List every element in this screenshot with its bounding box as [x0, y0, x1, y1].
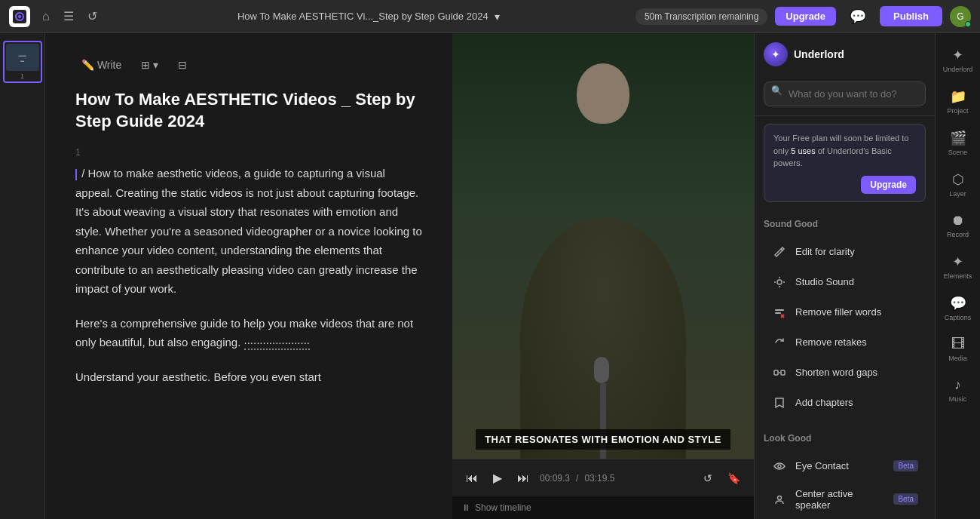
video-container: THAT RESONATES WITH EMOTION AND STYLE — [452, 33, 754, 459]
underlord-avatar: ✦ — [764, 42, 788, 66]
record-sidebar-label: Record — [947, 231, 969, 238]
skip-back-button[interactable]: ⏮ — [461, 468, 482, 488]
dotted-text: ····················· — [244, 336, 311, 350]
svg-rect-5 — [775, 312, 781, 314]
time-separator: / — [576, 473, 578, 484]
svg-point-2 — [18, 15, 21, 18]
paragraph-1: / How to make aesthetic videos, a guide … — [75, 164, 422, 299]
write-button[interactable]: ✏️ Write — [75, 56, 127, 74]
tool-studio-sound[interactable]: Studio Sound — [764, 267, 926, 297]
write-icon: ✏️ — [81, 59, 94, 71]
tool-remove-retakes[interactable]: Remove retakes — [764, 327, 926, 358]
scene-sidebar-label: Scene — [948, 149, 968, 156]
captions-icon: 💬 — [950, 295, 966, 312]
tool-shorten-gaps[interactable]: Shorten word gaps — [764, 358, 926, 388]
tool-center-speaker[interactable]: Center active speaker Beta — [764, 481, 926, 517]
project-sidebar-label: Project — [947, 107, 968, 115]
comment-button[interactable]: 💬 — [844, 5, 872, 28]
underlord-panel: ✦ Underlord 🔍 Your Free plan will soon b… — [754, 33, 935, 519]
music-sidebar-label: Music — [949, 395, 967, 403]
eye-contact-badge: Beta — [893, 460, 918, 471]
editor-toolbar: ✏️ Write ⊞ ▾ ⊟ — [75, 56, 422, 74]
sound-good-label: Sound Good — [764, 216, 926, 232]
skip-forward-button[interactable]: ⏭ — [513, 468, 534, 488]
record-icon: ⏺ — [951, 213, 965, 229]
video-preview: THAT RESONATES WITH EMOTION AND STYLE — [452, 33, 754, 459]
show-timeline-button[interactable]: ⏸ Show timeline — [452, 496, 754, 519]
total-time: 03:19.5 — [584, 473, 614, 484]
online-indicator — [965, 21, 971, 27]
topbar-right: 50m Transcription remaining Upgrade 💬 Pu… — [635, 5, 971, 28]
shorten-gaps-label: Shorten word gaps — [795, 367, 877, 378]
sidebar-item-music[interactable]: ♪ Music — [938, 371, 978, 409]
sidebar-item-scene[interactable]: 🎬 Scene — [938, 124, 978, 162]
media-sidebar-label: Media — [948, 355, 967, 362]
view-options-button[interactable]: ⊞ ▾ — [135, 56, 164, 74]
center-speaker-icon — [771, 491, 788, 508]
bookmark-button[interactable]: 🔖 — [723, 469, 745, 487]
sidebar-item-elements[interactable]: ✦ Elements — [938, 247, 978, 286]
sidebar-item-underlord[interactable]: ✦ Underlord — [938, 41, 978, 79]
thumbnail-item-1[interactable]: ▬▬ ▬ 1 — [3, 41, 42, 83]
layer-icon: ⬡ — [952, 171, 964, 188]
remove-retakes-icon — [771, 334, 788, 351]
video-controls: ⏮ ▶ ⏭ 00:09.3 / 03:19.5 ↺ 🔖 — [452, 459, 754, 496]
left-thumbnail-sidebar: ▬▬ ▬ 1 — [0, 33, 45, 519]
center-speaker-label: Center active speaker — [795, 488, 886, 511]
underlord-sidebar-icon: ✦ — [952, 47, 963, 63]
music-icon: ♪ — [954, 377, 961, 393]
underlord-search[interactable] — [764, 81, 926, 106]
remove-filler-label: Remove filler words — [795, 306, 881, 318]
menu-button[interactable]: ☰ — [59, 6, 78, 26]
svg-rect-9 — [781, 370, 785, 375]
studio-sound-label: Studio Sound — [795, 276, 854, 287]
show-timeline-label: Show timeline — [475, 502, 531, 513]
video-caption-text: THAT RESONATES WITH EMOTION AND STYLE — [476, 429, 730, 450]
layout-button[interactable]: ⊟ — [172, 56, 193, 74]
sidebar-item-captions[interactable]: 💬 Captions — [938, 289, 978, 327]
document-title: How To Make AESTHETIC Videos _ Step by S… — [75, 89, 422, 132]
restart-button[interactable]: ↺ — [699, 469, 717, 487]
tool-eye-contact[interactable]: Eye Contact Beta — [764, 451, 926, 481]
upgrade-notice-button[interactable]: Upgrade — [861, 176, 916, 194]
user-avatar[interactable]: G — [950, 6, 971, 27]
shorten-gaps-icon — [771, 364, 788, 381]
sidebar-item-project[interactable]: 📁 Project — [938, 82, 978, 121]
project-icon: 📁 — [950, 88, 966, 105]
paragraph-3: Understand your aesthetic. Before you ev… — [75, 367, 422, 387]
play-button[interactable]: ▶ — [488, 468, 507, 488]
person-head — [577, 63, 629, 124]
underlord-sidebar-label: Underlord — [943, 66, 973, 73]
sidebar-item-record[interactable]: ⏺ Record — [938, 207, 978, 244]
undo-button[interactable]: ↺ — [83, 6, 102, 26]
look-good-label: Look Good — [764, 430, 926, 447]
topbar-left: ⌂ ☰ ↺ — [9, 6, 102, 27]
write-label: Write — [97, 59, 121, 71]
studio-sound-icon — [771, 274, 788, 290]
tool-edit-clarity[interactable]: Edit for clarity — [764, 237, 926, 267]
sound-good-section: Sound Good Edit for clarity Studio Sound… — [755, 210, 935, 424]
svg-point-10 — [778, 465, 781, 468]
underlord-header-section: ✦ Underlord 🔍 — [755, 33, 935, 116]
title-dropdown-button[interactable]: ▾ — [495, 11, 500, 23]
sidebar-item-layer[interactable]: ⬡ Layer — [938, 165, 978, 204]
home-button[interactable]: ⌂ — [38, 6, 54, 26]
thumbnail-preview: ▬▬ ▬ — [6, 44, 39, 71]
svg-rect-4 — [775, 309, 784, 311]
edit-clarity-icon — [771, 244, 788, 260]
edit-clarity-label: Edit for clarity — [795, 246, 855, 257]
upgrade-button-top[interactable]: Upgrade — [775, 7, 836, 26]
main-content: ▬▬ ▬ 1 ✏️ Write ⊞ ▾ ⊟ How To Make AESTHE… — [0, 33, 980, 519]
publish-button[interactable]: Publish — [880, 6, 942, 26]
tool-add-chapters[interactable]: Add chapters — [764, 388, 926, 418]
upgrade-notice: Your Free plan will soon be limited to o… — [764, 124, 926, 202]
svg-point-11 — [778, 496, 782, 499]
center-speaker-badge: Beta — [893, 493, 918, 505]
tool-remove-filler[interactable]: Remove filler words — [764, 297, 926, 327]
sidebar-item-media[interactable]: 🎞 Media — [938, 330, 978, 368]
icon-sidebar: ✦ Underlord 📁 Project 🎬 Scene ⬡ Layer ⏺ … — [935, 33, 980, 519]
look-good-section: Look Good Eye Contact Beta Center active… — [755, 424, 935, 520]
media-icon: 🎞 — [951, 336, 965, 352]
segment-number: 1 — [75, 147, 422, 158]
project-title: How To Make AESTHETIC Vi..._Step by Step… — [237, 11, 488, 22]
